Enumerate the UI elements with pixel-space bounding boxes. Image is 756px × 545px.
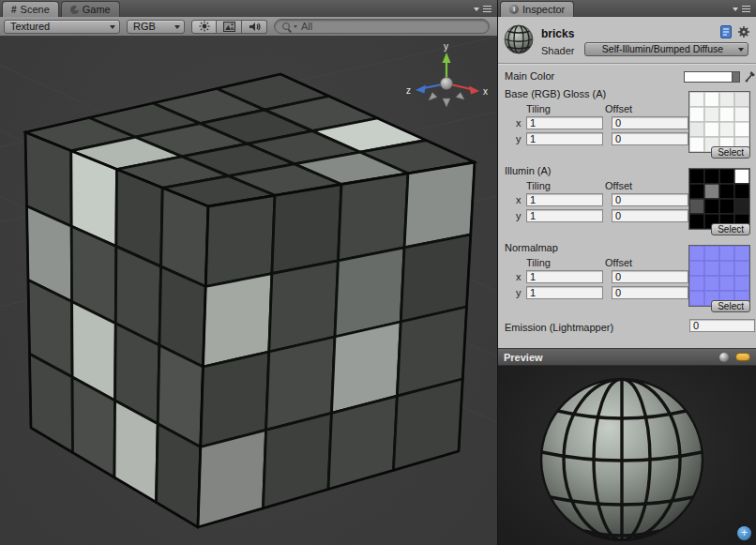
- y-row-label: y: [516, 210, 526, 221]
- tiling-x-input[interactable]: [526, 193, 603, 206]
- inspector-tabbar: i Inspector: [498, 0, 756, 17]
- emission-input[interactable]: [689, 319, 755, 332]
- divider: [498, 63, 756, 65]
- axis-gizmo[interactable]: y x z: [403, 40, 490, 117]
- tiling-x-input[interactable]: [526, 116, 603, 129]
- tab-scene-label: Scene: [21, 4, 50, 15]
- main-color-swatch[interactable]: [684, 71, 740, 83]
- preview-body[interactable]: +: [498, 366, 756, 545]
- axis-negative-cone: [429, 93, 437, 101]
- audio-toggle[interactable]: [242, 20, 267, 34]
- y-row-label: y: [516, 287, 526, 298]
- inspector-pane-menu-icon[interactable]: [727, 0, 756, 17]
- eyedropper-icon[interactable]: [745, 69, 756, 84]
- scene-toolbar: Textured RGB: [0, 17, 497, 37]
- axis-negative-cone: [456, 93, 464, 100]
- lighting-toggle[interactable]: [191, 20, 217, 34]
- tab-inspector[interactable]: i Inspector: [500, 1, 574, 17]
- shader-label: Shader: [541, 45, 574, 56]
- scene-pane-menu-icon[interactable]: [468, 0, 497, 17]
- tiling-offset-fields: Tiling Offset x y: [516, 180, 697, 225]
- scene-grid-icon: #: [11, 5, 17, 15]
- texture-thumbnail-normalmap[interactable]: Select: [688, 245, 750, 307]
- unity-window: # Scene Game Textured RGB: [0, 0, 756, 545]
- speaker-icon: [249, 22, 261, 32]
- tab-game[interactable]: Game: [61, 1, 120, 17]
- preview-light-toggle-icon[interactable]: [735, 353, 750, 361]
- menu-icon: [483, 6, 491, 8]
- game-icon: [70, 6, 79, 14]
- offset-header: Offset: [605, 103, 632, 114]
- search-icon: [282, 23, 290, 30]
- section-label: Base (RGB) Gloss (A): [505, 88, 606, 99]
- shader-dropdown[interactable]: Self-Illumin/Bumped Diffuse: [584, 42, 748, 56]
- add-button[interactable]: +: [737, 526, 751, 540]
- x-row-label: x: [516, 271, 526, 282]
- tiling-y-input[interactable]: [526, 286, 603, 299]
- select-texture-button[interactable]: Select: [711, 146, 750, 159]
- axis-negative-cone: [443, 98, 450, 107]
- select-texture-button[interactable]: Select: [711, 223, 750, 235]
- tiling-offset-fields: Tiling Offset x y: [516, 103, 697, 148]
- tiling-y-input[interactable]: [526, 209, 603, 222]
- scene-toggles: [191, 20, 267, 34]
- inspector-icon: i: [509, 5, 519, 14]
- offset-x-input[interactable]: [612, 270, 688, 283]
- search-field[interactable]: All: [274, 19, 490, 34]
- render-mode-value: RGB: [133, 21, 156, 32]
- offset-header: Offset: [605, 257, 632, 268]
- image-icon: [223, 22, 235, 32]
- axis-gizmo-center: [441, 78, 453, 90]
- preview-header[interactable]: Preview: [498, 348, 756, 366]
- offset-y-input[interactable]: [612, 209, 688, 222]
- axis-gizmo-icon: y x z: [403, 40, 490, 115]
- texture-section-base: Base (RGB) Gloss (A) Tiling Offset x y: [505, 88, 750, 163]
- offset-x-input[interactable]: [612, 193, 688, 206]
- preview-sphere-icon[interactable]: [719, 353, 729, 362]
- inspector-panel: i Inspector: [498, 0, 756, 545]
- y-axis-cone: [443, 53, 451, 63]
- tab-scene[interactable]: # Scene: [2, 1, 59, 17]
- inspector-body: bricks Shader Self-Illumin/Bumped Diffus…: [498, 17, 756, 348]
- texture-section-illumin: Illumin (A) Tiling Offset x y: [505, 165, 750, 240]
- preview-sphere-render: [498, 366, 756, 545]
- render-mode-dropdown[interactable]: RGB: [127, 20, 185, 34]
- search-filter-dropdown-icon: [294, 25, 297, 30]
- gear-icon[interactable]: [737, 25, 750, 38]
- x-axis-label: x: [483, 86, 488, 97]
- tab-game-label: Game: [83, 4, 111, 15]
- scene-tabbar: # Scene Game: [0, 0, 497, 17]
- sun-icon: [199, 21, 210, 32]
- y-row-label: y: [516, 133, 526, 144]
- shader-value: Self-Illumin/Bumped Diffuse: [602, 43, 723, 54]
- menu-icon: [742, 6, 750, 8]
- preview-panel: Preview: [498, 348, 756, 545]
- inspector-header-icons: [720, 25, 750, 38]
- search-placeholder: All: [301, 21, 312, 32]
- dropdown-triangle-icon: [733, 8, 738, 14]
- texture-thumbnail-base[interactable]: Select: [688, 91, 750, 153]
- tiling-offset-fields: Tiling Offset x y: [516, 257, 697, 302]
- z-axis-cone: [416, 85, 426, 94]
- material-preview-icon: [503, 23, 535, 57]
- offset-y-input[interactable]: [612, 132, 688, 145]
- skybox-toggle[interactable]: [217, 20, 242, 34]
- help-book-icon[interactable]: [720, 25, 732, 38]
- draw-mode-dropdown[interactable]: Textured: [4, 20, 120, 34]
- scene-panel: # Scene Game Textured RGB: [0, 0, 498, 545]
- texture-thumbnail-illumin[interactable]: Select: [688, 168, 750, 230]
- scene-viewport[interactable]: y x z: [0, 37, 497, 545]
- x-row-label: x: [516, 117, 526, 129]
- tiling-x-input[interactable]: [526, 270, 603, 283]
- z-axis-label: z: [406, 85, 411, 96]
- texture-section-normalmap: Normalmap Tiling Offset x y: [505, 242, 750, 317]
- main-color-label: Main Color: [505, 70, 554, 82]
- offset-y-input[interactable]: [612, 286, 688, 299]
- offset-x-input[interactable]: [612, 116, 688, 129]
- tiling-y-input[interactable]: [526, 132, 603, 145]
- tiling-header: Tiling: [526, 180, 605, 191]
- tab-inspector-label: Inspector: [522, 4, 565, 15]
- select-texture-button[interactable]: Select: [711, 300, 750, 312]
- x-row-label: x: [516, 194, 526, 205]
- emission-label: Emission (Lightmapper): [505, 322, 613, 333]
